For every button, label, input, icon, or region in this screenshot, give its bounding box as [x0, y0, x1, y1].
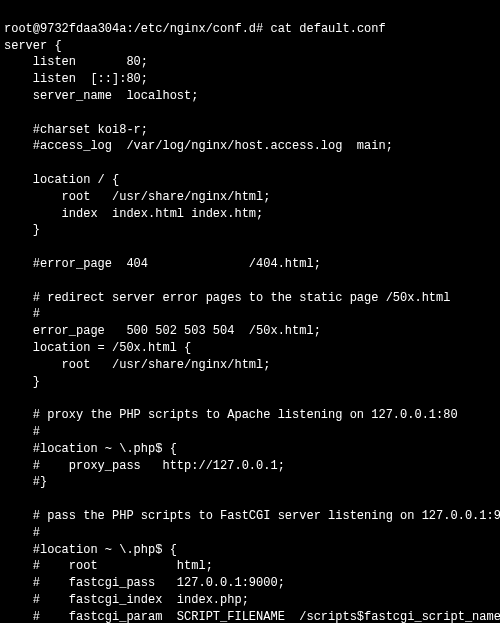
config-line: }: [4, 222, 496, 239]
config-line: #charset koi8-r;: [4, 122, 496, 139]
prompt-symbol: #: [256, 22, 263, 36]
config-line: index index.html index.htm;: [4, 206, 496, 223]
config-line: #location ~ \.php$ {: [4, 542, 496, 559]
config-line: listen 80;: [4, 54, 496, 71]
config-line: # fastcgi_param SCRIPT_FILENAME /scripts…: [4, 609, 496, 623]
config-line: # pass the PHP scripts to FastCGI server…: [4, 508, 496, 525]
command-input: cat default.conf: [270, 22, 385, 36]
config-line: #: [4, 306, 496, 323]
terminal-window[interactable]: root@9732fdaa304a:/etc/nginx/conf.d# cat…: [4, 4, 496, 623]
config-line: # root html;: [4, 558, 496, 575]
config-line: [4, 155, 496, 172]
config-line: root /usr/share/nginx/html;: [4, 357, 496, 374]
config-line: [4, 491, 496, 508]
config-line: }: [4, 374, 496, 391]
config-line: location / {: [4, 172, 496, 189]
config-line: server {: [4, 38, 496, 55]
config-line: # proxy the PHP scripts to Apache listen…: [4, 407, 496, 424]
shell-prompt: root@9732fdaa304a:/etc/nginx/conf.d#: [4, 22, 270, 36]
config-line: root /usr/share/nginx/html;: [4, 189, 496, 206]
config-line: # proxy_pass http://127.0.0.1;: [4, 458, 496, 475]
config-line: [4, 273, 496, 290]
config-line: error_page 500 502 503 504 /50x.html;: [4, 323, 496, 340]
config-line: #: [4, 525, 496, 542]
command-output: server { listen 80; listen [::]:80; serv…: [4, 38, 496, 623]
config-line: #: [4, 424, 496, 441]
config-line: [4, 390, 496, 407]
config-line: # fastcgi_index index.php;: [4, 592, 496, 609]
config-line: #error_page 404 /404.html;: [4, 256, 496, 273]
prompt-user: root: [4, 22, 33, 36]
config-line: # redirect server error pages to the sta…: [4, 290, 496, 307]
config-line: #}: [4, 474, 496, 491]
config-line: location = /50x.html {: [4, 340, 496, 357]
config-line: #location ~ \.php$ {: [4, 441, 496, 458]
prompt-path: /etc/nginx/conf.d: [134, 22, 256, 36]
config-line: [4, 105, 496, 122]
config-line: listen [::]:80;: [4, 71, 496, 88]
prompt-host: 9732fdaa304a: [40, 22, 126, 36]
config-line: # fastcgi_pass 127.0.0.1:9000;: [4, 575, 496, 592]
config-line: #access_log /var/log/nginx/host.access.l…: [4, 138, 496, 155]
config-line: server_name localhost;: [4, 88, 496, 105]
config-line: [4, 239, 496, 256]
